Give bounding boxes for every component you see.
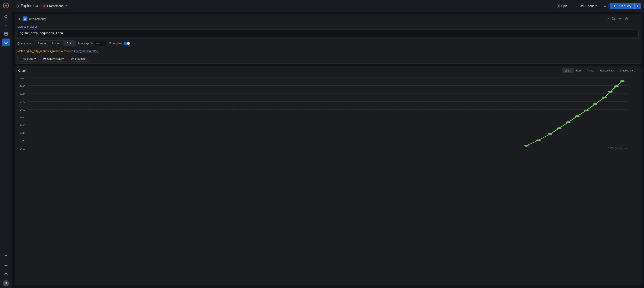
metrics-browser-link[interactable]: Metrics browser › [17,25,39,28]
query-more-button[interactable]: ⋮⋮ [630,16,639,21]
svg-rect-23 [557,5,558,7]
chart-area: 2500 2490 2480 2470 2460 2450 2440 2430 … [15,75,641,156]
graph-type-points[interactable]: Points [584,68,596,73]
inspector-icon [71,57,74,60]
sidebar-item-alerts[interactable] [2,252,10,260]
query-datasource-label: (Prometheus) [29,17,46,20]
svg-line-29 [606,6,606,7]
graph-type-stacked-bars[interactable]: Stacked bars [618,68,638,73]
svg-point-40 [524,145,528,146]
watermark: CSDN @shida_csdn [608,147,628,149]
query-disable-button[interactable] [624,17,629,21]
query-copy-button[interactable] [611,17,616,21]
svg-point-51 [620,80,625,82]
svg-point-46 [584,110,589,111]
run-query-caret-button[interactable]: ▼ [634,3,640,9]
user-avatar[interactable]: U [3,280,9,286]
svg-point-48 [602,97,607,98]
play-icon [614,4,616,7]
min-step-group: Min step ⓘ [78,41,107,46]
graph-type-lines[interactable]: Lines [562,68,574,73]
run-query-label: Run query [618,4,632,8]
svg-line-35 [626,18,627,19]
share-icon[interactable]: ⇄ [35,4,38,8]
svg-point-6 [4,15,7,18]
svg-point-39 [72,58,72,58]
tab-range[interactable]: Range [35,41,49,46]
topbar: Explore ⇄ Prometheus ▼ Split [12,0,644,12]
time-chevron-icon: ▼ [595,5,597,7]
svg-point-15 [6,42,6,43]
query-actions: + Add query Query history [15,54,641,63]
query-panel: ◀ A (Prometheus) ? [14,14,642,64]
graph-title: Graph [18,69,562,72]
datasource-status-dot [43,5,46,7]
y-label-2470: 2470 [20,101,25,103]
page-title: Explore [20,4,34,8]
svg-point-1 [5,4,7,7]
svg-point-50 [614,85,619,87]
query-input[interactable] [17,29,639,37]
tab-both[interactable]: Both [64,41,76,46]
time-range-label: Last 1 hour [579,4,594,8]
svg-point-45 [575,115,580,117]
svg-point-41 [536,140,540,141]
run-query-button[interactable]: Run query [610,3,634,9]
fix-link[interactable]: Fix by adding rate(). [74,49,99,53]
graph-type-stacked-lines[interactable]: Stacked lines [597,68,618,73]
svg-rect-11 [6,32,8,34]
inspector-button[interactable]: Inspector [68,56,89,62]
run-query-group: Run query ▼ [610,3,640,9]
warning-text: Metric nginx_http_requests_total is a co… [17,49,74,53]
zoom-out-icon [604,4,607,7]
graph-type-buttons: Lines Bars Points Stacked lines Stacked … [562,68,638,73]
y-label-2460: 2460 [20,109,25,111]
query-history-label: Query history [47,57,64,60]
clock-icon [574,4,578,7]
svg-rect-10 [4,32,6,34]
svg-line-27 [576,6,577,6]
svg-point-47 [593,103,598,105]
sidebar-item-dashboards[interactable] [2,30,10,38]
add-query-button[interactable]: + Add query [17,56,38,62]
main-content: Explore ⇄ Prometheus ▼ Split [12,0,644,288]
exemplars-toggle[interactable] [124,42,130,45]
y-label-2450: 2450 [20,116,25,119]
svg-rect-24 [559,5,560,7]
time-range-button[interactable]: Last 1 hour ▼ [572,3,600,9]
sidebar-item-explore[interactable] [2,38,10,46]
datasource-name: Prometheus [47,4,63,8]
y-label-2440: 2440 [20,124,25,127]
query-input-area: Metrics browser › [15,23,641,39]
chart-inner: CSDN @shida_csdn [28,77,628,150]
collapse-button[interactable]: ◀ [17,17,21,21]
split-button[interactable]: Split [554,3,570,9]
sidebar-item-settings[interactable] [2,262,10,269]
sidebar: U [0,0,12,288]
split-icon [557,4,560,7]
y-label-2430: 2430 [20,132,25,134]
svg-point-19 [6,256,6,257]
explore-icon [16,4,19,8]
query-type-tabs: Range Instant Both [34,40,76,46]
graph-type-bars[interactable]: Bars [574,68,584,73]
query-history-button[interactable]: Query history [40,56,66,62]
svg-rect-13 [6,34,8,35]
metrics-browser-label: Metrics browser [17,25,37,28]
app-logo[interactable] [2,2,10,9]
y-label-2500: 2500 [20,77,25,80]
tab-instant[interactable]: Instant [49,41,64,46]
query-help-button[interactable]: ? [606,17,610,21]
inspector-label: Inspector [75,57,86,60]
sidebar-item-shield[interactable] [2,271,10,279]
query-type-label: Query type [17,42,31,45]
y-label-2410: 2410 [20,147,25,150]
sidebar-item-search[interactable] [2,13,10,20]
query-toggle-vis-button[interactable] [618,17,622,21]
datasource-selector[interactable]: Prometheus ▼ [40,3,70,9]
zoom-out-button[interactable] [602,3,609,9]
step-input[interactable] [94,41,107,46]
min-step-info-icon[interactable]: ⓘ [90,41,92,45]
sidebar-item-add[interactable] [2,21,10,29]
svg-rect-32 [612,17,614,19]
